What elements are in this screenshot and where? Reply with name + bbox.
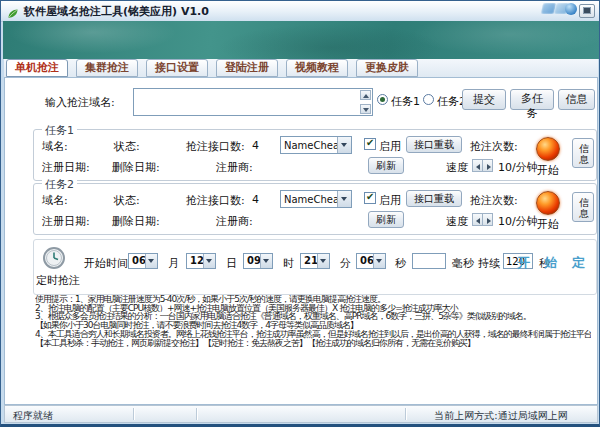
day-value: 12	[190, 255, 204, 266]
multitask-button[interactable]: 多任务	[510, 89, 554, 110]
interface-select[interactable]: NameCheap(启	[280, 190, 352, 208]
registrar-label: 注册商:	[216, 214, 253, 229]
refresh-button[interactable]: 刷新	[368, 157, 404, 174]
dropdown-arrow-button[interactable]	[203, 254, 215, 268]
delete-date-label: 删除日期:	[112, 214, 160, 229]
start-timer-link[interactable]: 开 始 定 时	[517, 254, 600, 272]
task2-group: 任务2 域名: 状态: 抢注接口数: 4 NameCheap(启 ✔ 启用 接口…	[33, 183, 597, 235]
speed-value: 10/分钟	[498, 214, 538, 229]
window-control-button[interactable]	[579, 4, 595, 18]
interface-select-value: NameCheap(启	[284, 139, 337, 153]
domain-input[interactable]	[133, 88, 373, 116]
submit-button[interactable]: 提交	[462, 89, 506, 110]
task2-group-title: 任务2	[42, 177, 77, 192]
reg-date-label: 注册日期:	[42, 214, 90, 229]
instructions-line: 【本工具秒杀：手动抢注，网页刷新提交抢注】【定时抢注：免去熬夜之苦】【抢注成功的…	[35, 339, 591, 348]
arrow-up-icon	[363, 94, 369, 98]
instructions-line: 4、本工具适合穷人和长期域名投资者。网络上花钱抢注平台，抢注成功率虽然高，但是好…	[35, 330, 591, 339]
month-value: 06	[132, 255, 146, 266]
tab-change-skin[interactable]: 更换皮肤	[356, 59, 418, 77]
window-title: 软件屋域名抢注工具(铭美应用) V1.0	[24, 4, 209, 19]
port-count-label: 抢注接口数:	[186, 193, 245, 208]
start-button[interactable]	[536, 191, 560, 215]
second-value: 06	[360, 255, 374, 266]
scroll-down-button[interactable]	[360, 104, 371, 114]
enable-checkbox-label: 启用	[379, 193, 401, 208]
tab-interface-settings[interactable]: 接口设置	[146, 59, 208, 77]
speed-value: 10/分钟	[498, 160, 538, 175]
task-info-button[interactable]: 信息	[572, 192, 594, 222]
status-bar: 程序就绪 当前上网方式:通过局域网上网	[4, 405, 598, 423]
enable-checkbox-label: 启用	[379, 139, 401, 154]
reload-interface-button[interactable]: 接口重载	[406, 190, 462, 207]
domain-label: 域名:	[42, 139, 68, 154]
radio-dot	[380, 97, 385, 102]
timer-section-label: 定时抢注	[32, 273, 84, 288]
app-window: 软件屋域名抢注工具(铭美应用) V1.0 单机抢注 集群抢注 接口设置 登陆注册…	[0, 0, 600, 427]
second-unit-label: 秒	[395, 256, 406, 271]
reg-date-label: 注册日期:	[42, 160, 90, 175]
month-select[interactable]: 06	[128, 253, 158, 269]
arrow-left-icon	[476, 164, 480, 170]
delete-date-label: 删除日期:	[112, 160, 160, 175]
dropdown-arrow-button[interactable]	[145, 254, 157, 268]
day-unit-label: 日	[226, 256, 237, 271]
speed-increment-button[interactable]	[482, 213, 493, 226]
interface-select-value: NameCheap(启	[284, 193, 337, 207]
window-control-icon	[583, 7, 591, 14]
enable-checkbox[interactable]: ✔	[364, 192, 376, 204]
minute-select[interactable]: 21	[300, 253, 330, 269]
dropdown-arrow-button[interactable]	[337, 191, 351, 207]
scroll-up-button[interactable]	[360, 90, 371, 100]
titlebar[interactable]: 软件屋域名抢注工具(铭美应用) V1.0	[1, 1, 599, 22]
task-info-button[interactable]: 信息	[572, 138, 594, 168]
port-count-label: 抢注接口数:	[186, 139, 245, 154]
dropdown-arrow-button[interactable]	[317, 254, 329, 268]
day-select[interactable]: 12	[186, 253, 216, 269]
reload-interface-button[interactable]: 接口重载	[406, 136, 462, 153]
timer-section: 定时抢注 开始时间 06 月 12 日 09 时 21 分 06 秒 毫秒 持续…	[33, 239, 597, 295]
enable-checkbox[interactable]: ✔	[364, 138, 376, 150]
interface-select[interactable]: NameCheap(启	[280, 136, 352, 154]
tab-video-tutorial[interactable]: 视频教程	[286, 59, 348, 77]
arrow-left-icon	[476, 218, 480, 224]
attempts-label: 抢注次数:	[470, 139, 518, 154]
task2-radio[interactable]	[423, 94, 434, 105]
domain-input-label: 输入抢注域名:	[45, 95, 115, 110]
header-banner	[3, 21, 599, 59]
task1-radio-label: 任务1	[391, 94, 420, 109]
domain-label: 域名:	[42, 193, 68, 208]
start-button[interactable]	[536, 137, 560, 161]
dropdown-arrow-button[interactable]	[337, 137, 351, 153]
chevron-down-icon	[341, 143, 347, 147]
hour-unit-label: 时	[283, 256, 294, 271]
usage-instructions: 使用提示：1、家用电脑注册速度为5-40次/秒，如果小于5次/秒的速度，请更换电…	[35, 295, 591, 347]
millisecond-input[interactable]	[412, 253, 446, 269]
millisecond-unit-label: 毫秒	[452, 256, 474, 271]
status-label: 状态:	[114, 193, 140, 208]
speed-label: 速度	[446, 160, 468, 175]
dropdown-arrow-button[interactable]	[373, 254, 385, 268]
hour-select[interactable]: 09	[243, 253, 273, 269]
refresh-button[interactable]: 刷新	[368, 211, 404, 228]
speed-increment-button[interactable]	[482, 159, 493, 172]
chevron-down-icon	[376, 259, 382, 263]
main-panel: 输入抢注域名: 任务1 任务2 提交 多任务 信息 任务1 域名: 状态: 抢注…	[4, 77, 598, 405]
chevron-down-icon	[341, 197, 347, 201]
clock-icon	[42, 246, 66, 274]
dropdown-arrow-button[interactable]	[260, 254, 272, 268]
task1-radio[interactable]	[377, 94, 388, 105]
port-count-value: 4	[252, 139, 259, 152]
info-button[interactable]: 信息	[558, 89, 595, 110]
second-select[interactable]: 06	[356, 253, 386, 269]
tab-cluster-snipe[interactable]: 集群抢注	[76, 59, 138, 77]
status-ready-text: 程序就绪	[13, 409, 53, 423]
task1-group-title: 任务1	[42, 123, 77, 138]
statusbar-divider	[196, 408, 197, 420]
speed-label: 速度	[446, 214, 468, 229]
start-time-label: 开始时间	[84, 256, 128, 271]
arrow-right-icon	[487, 164, 491, 170]
check-icon: ✔	[366, 137, 374, 148]
tab-single-snipe[interactable]: 单机抢注	[6, 59, 68, 77]
tab-login-register[interactable]: 登陆注册	[216, 59, 278, 77]
